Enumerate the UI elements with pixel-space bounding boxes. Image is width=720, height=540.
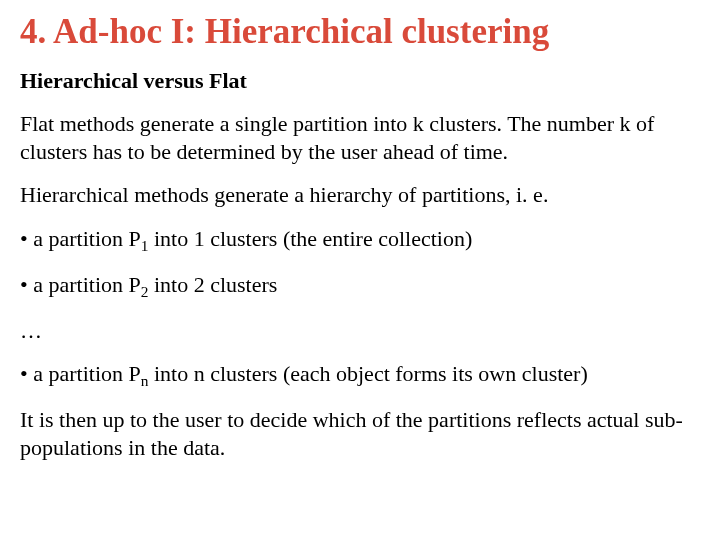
slide-title: 4. Ad-hoc I: Hierarchical clustering [20,12,700,52]
paragraph-conclusion: It is then up to the user to decide whic… [20,406,700,461]
bullet-p2: • a partition P2 into 2 clusters [20,271,700,302]
bullet-pn-pre: • a partition P [20,361,141,386]
bullet-p2-post: into 2 clusters [148,272,277,297]
bullet-p1-pre: • a partition P [20,226,141,251]
paragraph-flat-methods: Flat methods generate a single partition… [20,110,700,165]
bullet-pn-post: into n clusters (each object forms its o… [148,361,587,386]
bullet-pn: • a partition Pn into n clusters (each o… [20,360,700,391]
bullet-p1-post: into 1 clusters (the entire collection) [148,226,472,251]
ellipsis: … [20,318,700,344]
bullet-p2-pre: • a partition P [20,272,141,297]
slide-subtitle: Hierarchical versus Flat [20,68,700,94]
bullet-p1: • a partition P1 into 1 clusters (the en… [20,225,700,256]
paragraph-hierarchical-intro: Hierarchical methods generate a hierarch… [20,181,700,209]
